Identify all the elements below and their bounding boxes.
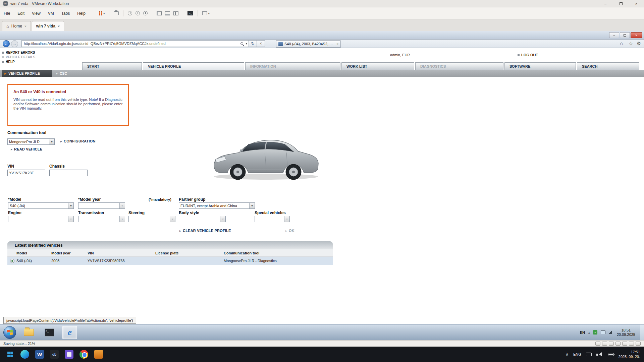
search-icon[interactable]	[240, 42, 243, 45]
guest-clock[interactable]: 18:51 20.09.2025	[617, 328, 635, 337]
taskbar-explorer-button[interactable]	[21, 326, 36, 339]
fullscreen-button[interactable]: ▾	[201, 9, 211, 18]
ie-close-button[interactable]: ×	[631, 32, 642, 38]
favorites-star-icon[interactable]: ☆	[629, 41, 633, 47]
menu-view[interactable]: View	[28, 7, 44, 19]
cdrom-icon[interactable]	[602, 342, 607, 346]
network-tray-icon[interactable]	[609, 330, 612, 334]
ie-maximize-button[interactable]	[620, 32, 630, 38]
menu-edit[interactable]: Edit	[14, 7, 28, 19]
revert-snapshot-button[interactable]	[134, 9, 142, 18]
suspend-vm-button[interactable]: ▾	[97, 9, 107, 18]
host-clock[interactable]: 17:51 2025. 09. 20.	[619, 350, 640, 359]
vmware-tab-vm[interactable]: win 7 vida ×	[32, 21, 64, 31]
vmware-tools-icon[interactable]: ✓	[593, 330, 597, 335]
report-errors-link[interactable]: REPORT ERRORS	[2, 50, 35, 55]
show-hidden-icons-chevron[interactable]: ▴	[588, 331, 590, 334]
model-year-select[interactable]: ▾	[78, 202, 125, 209]
taskbar-word-button[interactable]: W	[33, 348, 46, 361]
taskbar-ie-button[interactable]: e	[62, 326, 77, 339]
chassis-input[interactable]	[49, 170, 88, 176]
harddisk-icon[interactable]	[595, 342, 600, 346]
tab-start[interactable]: START	[82, 62, 142, 70]
engine-select[interactable]: ▾	[8, 216, 74, 222]
taskbar-edge-button[interactable]	[18, 348, 32, 361]
sound-icon[interactable]	[622, 342, 627, 346]
vehicle-row-radio[interactable]	[10, 259, 14, 263]
send-ctrl-alt-del-button[interactable]	[112, 9, 120, 18]
ctrl-alt-del-icon	[114, 11, 119, 15]
breadcrumb-page[interactable]: ▸ CSC	[56, 70, 67, 77]
printer-icon[interactable]	[629, 342, 634, 346]
display-icon[interactable]	[636, 342, 641, 346]
model-select[interactable]: S40 (-04) ▾	[8, 202, 74, 209]
vehicle-row[interactable]: S40 (-04) 2003 YV1VS17K23F980763 Mongoos…	[7, 257, 333, 265]
battery-icon[interactable]	[608, 353, 614, 356]
menu-vm[interactable]: VM	[44, 7, 58, 19]
stop-button[interactable]: ×	[257, 40, 265, 47]
address-bar[interactable]: ▾	[21, 40, 249, 47]
forward-button[interactable]: →	[11, 40, 18, 47]
vin-input[interactable]	[7, 170, 45, 176]
snapshot-manager-button[interactable]	[142, 9, 149, 18]
partner-group-select[interactable]: EUR/INT, except Arabia and China ▾	[179, 202, 255, 209]
ok-button[interactable]: ▸ OK	[285, 229, 294, 233]
user-info: admin, EUR	[390, 53, 410, 57]
tab-work-list[interactable]: WORK LIST	[341, 62, 414, 70]
volume-muted-icon[interactable]: ×	[596, 352, 603, 357]
logout-button[interactable]: LOG OUT	[518, 53, 538, 57]
start-button[interactable]	[3, 326, 16, 339]
transmission-select[interactable]: ▾	[78, 216, 125, 222]
touch-keyboard-icon[interactable]	[586, 353, 592, 356]
home-icon[interactable]: ⌂	[620, 41, 623, 46]
tab-information[interactable]: INFORMATION	[245, 62, 340, 70]
host-language-indicator[interactable]: ENG	[573, 352, 581, 356]
settings-gear-icon[interactable]: ⚙	[637, 41, 641, 47]
show-desktop-button[interactable]	[640, 324, 644, 341]
taskbar-chrome-button[interactable]	[77, 348, 91, 361]
window-maximize-button[interactable]	[613, 0, 629, 7]
window-close-button[interactable]: ×	[629, 0, 644, 7]
show-library-button[interactable]	[155, 9, 163, 18]
show-status-bar-button[interactable]	[172, 9, 180, 18]
tab-vehicle-profile[interactable]: VEHICLE PROFILE	[143, 62, 244, 70]
language-indicator[interactable]: EN	[580, 330, 585, 335]
read-vehicle-link[interactable]: ▸ READ VEHICLE	[11, 147, 42, 151]
back-button[interactable]: ←	[3, 40, 10, 47]
menu-help[interactable]: Help	[73, 7, 89, 19]
window-minimize-button[interactable]: –	[598, 0, 613, 7]
body-style-select[interactable]: ▾	[179, 216, 226, 222]
show-thumbnail-bar-button[interactable]	[163, 9, 172, 18]
folder-icon	[24, 329, 34, 336]
tab-software[interactable]: SOFTWARE	[504, 62, 576, 70]
host-start-button[interactable]	[3, 348, 17, 361]
network-adapter-icon[interactable]	[609, 342, 614, 346]
usb-icon[interactable]	[615, 342, 621, 346]
browser-tab[interactable]: S40 (-04), 2003, B4204S2, M... ×	[276, 40, 341, 48]
menu-file[interactable]: File	[0, 7, 14, 19]
refresh-button[interactable]: ↻	[249, 40, 257, 47]
communication-tool-select[interactable]: MongoosePro JLR ▾	[7, 138, 55, 145]
menu-tabs[interactable]: Tabs	[58, 7, 73, 19]
vmware-tab-home[interactable]: ⌂ Home ×	[2, 21, 31, 31]
show-hidden-icons-chevron[interactable]: ∧	[566, 352, 569, 357]
close-icon[interactable]: ×	[24, 24, 26, 28]
close-icon[interactable]: ×	[58, 24, 60, 28]
configuration-link[interactable]: ▸ CONFIGURATION	[60, 139, 96, 143]
tab-search[interactable]: SEARCH	[577, 62, 639, 70]
clear-vehicle-profile-link[interactable]: ▸ CLEAR VEHICLE PROFILE	[179, 229, 231, 233]
url-input[interactable]	[22, 42, 239, 46]
taskbar-qb-button[interactable]: qb	[48, 348, 61, 361]
close-icon[interactable]: ×	[336, 42, 338, 46]
taskbar-console-button[interactable]: >_	[42, 326, 57, 339]
take-snapshot-button[interactable]	[126, 9, 134, 18]
chevron-down-icon[interactable]: ▾	[246, 42, 247, 45]
display-tray-icon[interactable]	[601, 330, 605, 334]
steering-select[interactable]: ▾	[128, 216, 175, 222]
special-vehicles-select[interactable]: ▾	[255, 216, 290, 222]
taskbar-save-app-button[interactable]	[62, 348, 76, 361]
open-console-button[interactable]: >_	[186, 9, 195, 18]
tab-diagnostics[interactable]: DIAGNOSTICS	[415, 62, 503, 70]
taskbar-orange-app-button[interactable]	[92, 348, 105, 361]
ie-minimize-button[interactable]: –	[609, 32, 619, 38]
